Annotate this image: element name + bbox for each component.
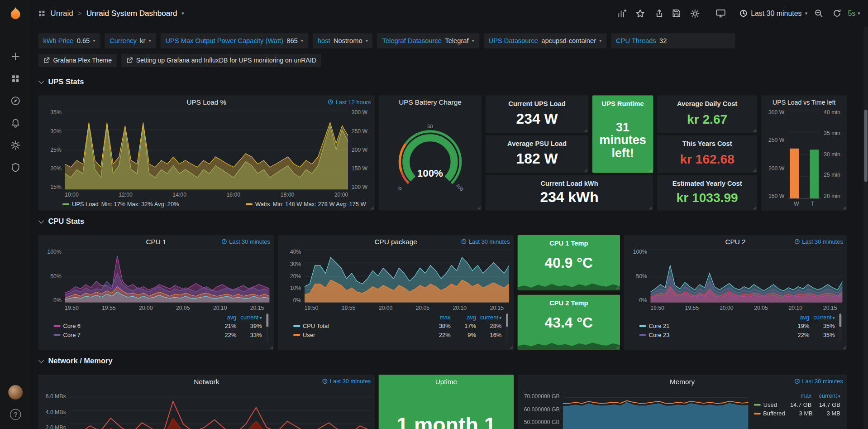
series-color-swatch[interactable] — [293, 325, 300, 327]
sidebar-item-admin[interactable] — [0, 156, 31, 178]
legend-sort-current[interactable]: current — [476, 313, 501, 320]
grafana-logo[interactable] — [0, 0, 31, 29]
panel-title[interactable]: UPS Load vs Time left — [761, 95, 847, 110]
scrollbar-thumb[interactable] — [506, 313, 508, 327]
add-panel-button[interactable] — [615, 6, 629, 20]
series-color-swatch[interactable] — [754, 413, 760, 415]
tv-mode-button[interactable] — [714, 6, 728, 20]
sidebar-item-create[interactable] — [0, 45, 31, 67]
settings-button[interactable] — [688, 6, 702, 20]
bar-W[interactable] — [790, 149, 799, 198]
legend-item-ups-load[interactable]: UPS Load Min: 17% Max: 32% Avg: 20% — [62, 201, 179, 207]
panel-time-badge[interactable]: Last 30 minutes — [322, 378, 371, 385]
ups-load-time-series[interactable] — [65, 110, 348, 190]
page-scrollbar[interactable] — [863, 27, 868, 429]
legend-sort-max[interactable]: max — [783, 392, 812, 399]
panel-title[interactable]: CPU 1 Temp — [549, 235, 588, 247]
panel-header[interactable]: CPU package Last 30 minutes — [278, 235, 514, 250]
row-network-memory[interactable]: Network / Memory — [38, 357, 112, 365]
panel-header[interactable]: Memory Last 30 minutes — [518, 375, 847, 389]
save-button[interactable] — [669, 6, 684, 20]
share-button[interactable] — [651, 6, 666, 20]
refresh-button[interactable] — [830, 6, 844, 20]
series-label[interactable]: User — [303, 331, 425, 338]
sidebar-item-explore[interactable] — [0, 90, 31, 112]
cpu-threads-input[interactable]: 32 — [659, 37, 730, 44]
cpu2-time-series[interactable] — [650, 249, 842, 303]
refresh-interval-picker[interactable]: 5s ▾ — [848, 9, 860, 17]
panel-header[interactable]: CPU 2 Last 30 minutes — [624, 235, 847, 250]
series-color-swatch[interactable] — [54, 325, 61, 327]
series-label[interactable]: Core 6 — [63, 323, 211, 329]
bar-T[interactable] — [810, 149, 819, 198]
panel-title[interactable]: Current UPS Load — [508, 95, 565, 107]
panel-time-badge[interactable]: Last 30 minutes — [461, 238, 510, 245]
scrollbar-thumb[interactable] — [839, 313, 841, 327]
legend-sort-avg[interactable]: avg — [211, 313, 236, 320]
sidebar-item-configuration[interactable] — [0, 134, 31, 156]
panel-header[interactable]: UPS Battery Charge — [379, 95, 482, 110]
panel-title[interactable]: UPS Runtime — [602, 95, 644, 107]
variable-ups-max-output[interactable]: UPS Max Output Power Capacity (Watt) 865… — [160, 33, 308, 48]
panel-header[interactable]: CPU 1 Last 30 minutes — [38, 235, 274, 250]
row-ups-stats[interactable]: UPS Stats — [38, 77, 84, 86]
series-color-swatch[interactable] — [639, 325, 646, 327]
legend-scrollbar[interactable] — [266, 313, 268, 342]
sidebar-item-alerting[interactable] — [0, 112, 31, 134]
panel-title[interactable]: CPU 2 Temp — [549, 295, 588, 307]
legend-scrollbar[interactable] — [839, 313, 841, 342]
panel-time-badge[interactable]: Last 12 hours — [328, 99, 371, 106]
variable-currency[interactable]: Currency kr ▾ — [105, 33, 156, 48]
time-range-picker[interactable]: Last 30 minutes ▾ — [740, 9, 808, 17]
series-label[interactable]: Core 23 — [649, 331, 784, 338]
legend-sort-max[interactable]: max — [425, 313, 450, 320]
scrollbar-thumb[interactable] — [266, 313, 268, 327]
legend-item-watts[interactable]: Watts Min: 148 W Max: 278 W Avg: 175 W — [246, 201, 366, 207]
panel-title[interactable]: Average Daily Cost — [677, 95, 737, 107]
panel-header[interactable]: UPS Load vs Time left — [761, 95, 847, 110]
variable-telegraf-datasource[interactable]: Telegraf Datasource Telegraf ▾ — [377, 33, 479, 48]
series-label[interactable]: Core 7 — [63, 331, 211, 338]
row-cpu-stats[interactable]: CPU Stats — [38, 217, 84, 225]
network-time-series[interactable] — [69, 389, 370, 429]
legend-sort-avg[interactable]: avg — [451, 313, 476, 320]
variable-cpu-threads[interactable]: CPU Threads 32 — [611, 33, 735, 48]
panel-time-badge[interactable]: Last 30 minutes — [794, 378, 843, 385]
legend-sort-avg[interactable]: avg — [784, 313, 809, 320]
bar-chart[interactable] — [788, 110, 820, 199]
panel-title[interactable]: Average PSU Load — [507, 135, 567, 147]
sidebar-item-dashboards[interactable] — [0, 67, 31, 90]
legend-sort-current[interactable]: current — [809, 313, 835, 320]
variable-ups-datasource[interactable]: UPS Datasource apcupsd-container ▾ — [484, 33, 607, 48]
series-color-swatch[interactable] — [293, 334, 300, 336]
series-label[interactable]: Core 21 — [649, 323, 784, 329]
panel-header[interactable]: Network Last 30 minutes — [38, 375, 375, 389]
dashboard-link-plex-theme[interactable]: Grafana Plex Theme — [38, 54, 117, 67]
panel-title[interactable]: UPS Battery Charge — [379, 95, 482, 110]
breadcrumb-folder[interactable]: Unraid — [50, 9, 73, 18]
variable-kwh-price[interactable]: kWh Price 0.65 ▾ — [38, 33, 100, 48]
zoom-out-button[interactable] — [811, 6, 826, 20]
cpu1-time-series[interactable] — [65, 249, 270, 303]
panel-title[interactable]: This Years Cost — [682, 135, 732, 147]
series-label[interactable]: Used — [763, 401, 783, 408]
panel-time-badge[interactable]: Last 30 minutes — [794, 238, 843, 245]
favorite-button[interactable] — [633, 6, 648, 20]
legend-scrollbar[interactable] — [506, 313, 508, 342]
panel-header[interactable]: Uptime — [379, 375, 514, 389]
legend-sort-current[interactable]: current — [236, 313, 262, 320]
panel-header[interactable]: UPS Load % Last 12 hours — [38, 95, 375, 110]
panel-title[interactable]: Uptime — [379, 375, 514, 389]
panel-title[interactable]: Current Load kWh — [540, 175, 598, 188]
user-avatar[interactable] — [0, 381, 31, 404]
series-color-swatch[interactable] — [54, 334, 61, 336]
dashboard-title[interactable]: Unraid System Dashboard — [86, 9, 177, 18]
legend-sort-current[interactable]: current — [811, 392, 840, 399]
series-color-swatch[interactable] — [639, 334, 646, 336]
scrollbar-thumb[interactable] — [864, 110, 867, 182]
cpu-package-time-series[interactable] — [305, 249, 510, 303]
panel-title[interactable]: UPS Load % — [38, 95, 375, 110]
panel-title[interactable]: Estimated Yearly Cost — [672, 175, 742, 188]
panel-time-badge[interactable]: Last 30 minutes — [221, 238, 270, 245]
series-label[interactable]: CPU Total — [303, 323, 425, 329]
